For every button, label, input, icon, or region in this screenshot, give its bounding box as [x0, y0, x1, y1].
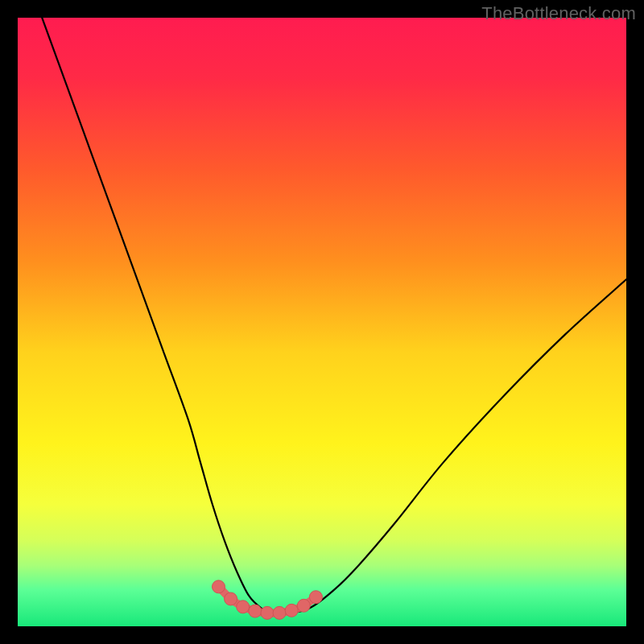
marker-point: [297, 599, 310, 612]
marker-point: [225, 592, 237, 605]
gradient-background: [18, 18, 626, 626]
watermark-text: TheBottleneck.com: [481, 3, 636, 24]
marker-point: [261, 606, 274, 619]
chart-frame: TheBottleneck.com: [0, 0, 644, 644]
marker-point: [309, 591, 322, 604]
bottleneck-chart: [18, 18, 626, 626]
marker-point: [212, 580, 225, 593]
marker-point: [273, 606, 286, 619]
marker-point: [237, 601, 250, 613]
marker-point: [285, 604, 298, 617]
marker-point: [249, 605, 262, 617]
